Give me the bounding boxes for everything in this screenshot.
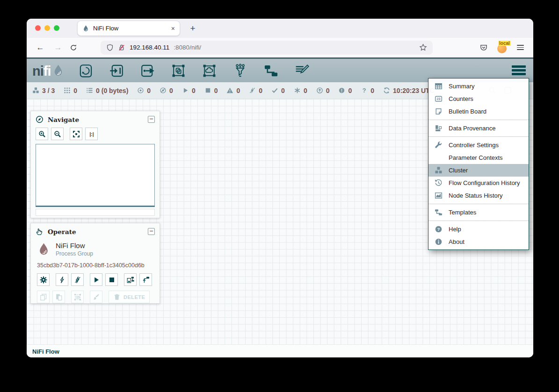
url-path: :8080/nifi/: [174, 44, 201, 51]
menu-item-summary[interactable]: Summary: [428, 80, 529, 93]
shield-icon[interactable]: [106, 44, 114, 51]
minimize-window-button[interactable]: [44, 25, 50, 31]
operate-panel: Operate − NiFi Flow Process Group 35cbd3…: [30, 223, 160, 304]
url-bar[interactable]: 192.168.40.11:8080/nifi/: [101, 41, 433, 55]
collapse-operate-button[interactable]: −: [148, 228, 155, 235]
status-queued-value: 0 (0 bytes): [96, 87, 128, 94]
menu-item-bulletin-board[interactable]: Bulletin Board: [428, 105, 529, 118]
breadcrumb-bar: NiFi Flow: [27, 344, 533, 357]
delete-button-label: DELETE: [123, 294, 145, 300]
menu-item-help[interactable]: ?Help: [428, 223, 529, 235]
reload-button[interactable]: [70, 44, 77, 51]
status-connected-nodes: 3 / 3: [32, 87, 55, 94]
excl-circle-icon: [338, 87, 345, 94]
browser-tab-bar: NiFi Flow × +: [27, 19, 533, 38]
stop-button[interactable]: [105, 273, 118, 286]
template-button[interactable]: [264, 64, 278, 78]
invalid-icon: [226, 87, 233, 94]
funnel-button[interactable]: [233, 64, 247, 78]
menu-item-node-status-history[interactable]: Node Status History: [428, 189, 529, 202]
birdseye-minimap[interactable]: [36, 144, 155, 207]
zoom-out-button[interactable]: [51, 128, 64, 140]
firefox-menu-button[interactable]: [517, 45, 524, 50]
bolt-icon: [58, 276, 66, 284]
menu-item-data-provenance[interactable]: Data Provenance: [428, 122, 529, 135]
profile-avatar[interactable]: local: [497, 43, 508, 53]
menu-item-controller-settings[interactable]: Controller Settings: [428, 139, 529, 151]
output-port-button[interactable]: [140, 64, 155, 78]
close-window-button[interactable]: [35, 25, 41, 31]
status-stale: 0: [316, 87, 330, 94]
selection-type: Process Group: [56, 250, 93, 257]
bolt-slash-icon: [249, 87, 256, 94]
process-group-drop-icon: [37, 241, 51, 258]
status-connected-nodes-value: 3 / 3: [42, 87, 55, 94]
save-template-icon: [127, 276, 134, 284]
stopped-icon: [108, 276, 116, 284]
input-port-button[interactable]: [109, 64, 124, 78]
upload-template-button[interactable]: [139, 273, 152, 286]
menu-item-about[interactable]: About: [428, 235, 529, 248]
cluster-icon: [32, 87, 39, 94]
status-sync-failure-value: 0: [370, 87, 374, 94]
menu-item-label: Summary: [449, 83, 475, 90]
menu-item-parameter-contexts[interactable]: Parameter Contexts: [428, 151, 529, 164]
back-button[interactable]: ←: [34, 43, 46, 52]
running-icon: [93, 276, 100, 284]
zoom-in-button[interactable]: [36, 128, 48, 140]
status-active-threads: 0: [64, 87, 77, 94]
global-menu-button[interactable]: [512, 65, 526, 75]
bolt-slash-btn-icon: [74, 276, 81, 284]
collapse-navigate-button[interactable]: −: [148, 116, 155, 123]
new-tab-button[interactable]: +: [187, 22, 199, 35]
menu-item-cluster[interactable]: Cluster: [428, 164, 529, 177]
save-template-button[interactable]: [124, 273, 137, 286]
insecure-lock-icon[interactable]: [118, 44, 125, 51]
svg-text:?: ?: [437, 227, 440, 232]
help-icon: ?: [435, 225, 443, 233]
bookmark-star-icon[interactable]: [419, 43, 427, 51]
browser-tab[interactable]: NiFi Flow ×: [77, 21, 180, 36]
compass-icon: [36, 115, 44, 123]
summary-icon: [435, 82, 443, 90]
zoom-fit-icon: [73, 130, 80, 138]
processor-button[interactable]: [79, 64, 93, 78]
asterisk-icon: [294, 87, 301, 94]
selection-id: 35cbd3b7-017b-1000-8bff-1c3405c00d6b: [31, 258, 160, 269]
forward-button[interactable]: →: [52, 43, 64, 52]
menu-divider: [428, 120, 529, 120]
menu-divider: [428, 136, 529, 137]
label-button[interactable]: [295, 64, 309, 78]
bulletin-board-icon: [435, 107, 443, 115]
menu-item-label: Node Status History: [449, 192, 503, 199]
pocket-icon[interactable]: [479, 43, 488, 52]
fill-color-button: [90, 291, 102, 303]
remote-process-group-button[interactable]: [202, 64, 217, 78]
window-controls: [35, 25, 59, 31]
screenshot-stage: NiFi Flow × + ← → 192.168.40.11:8080/nif…: [0, 0, 559, 392]
configuration-button[interactable]: [37, 273, 50, 286]
threads-icon: [64, 87, 71, 94]
disable-button[interactable]: [71, 273, 84, 286]
wrench-icon: [435, 141, 443, 149]
menu-item-counters[interactable]: 23Counters: [428, 93, 529, 105]
process-group-button[interactable]: [171, 64, 186, 78]
zoom-window-button[interactable]: [54, 25, 59, 31]
menu-item-label: Data Provenance: [449, 125, 495, 132]
breadcrumb[interactable]: NiFi Flow: [32, 348, 59, 355]
zoom-fit-button[interactable]: [70, 128, 82, 140]
menu-item-templates[interactable]: Templates: [428, 206, 529, 219]
status-running-value: 0: [192, 87, 196, 94]
tab-close-icon[interactable]: ×: [171, 25, 175, 32]
status-locally-modified-value: 0: [304, 87, 307, 94]
start-button[interactable]: [90, 273, 102, 286]
menu-item-flow-configuration-history[interactable]: Flow Configuration History: [428, 177, 529, 189]
menu-item-label: Flow Configuration History: [449, 179, 520, 186]
status-not-transmitting-value: 0: [169, 87, 173, 94]
navbar-right-icons: local: [479, 43, 526, 53]
enable-button[interactable]: [56, 273, 68, 286]
counters-icon: 23: [435, 95, 443, 103]
data-provenance-icon: [435, 124, 443, 132]
zoom-out-icon: [54, 130, 61, 138]
zoom-actual-button[interactable]: |:|: [85, 128, 98, 140]
